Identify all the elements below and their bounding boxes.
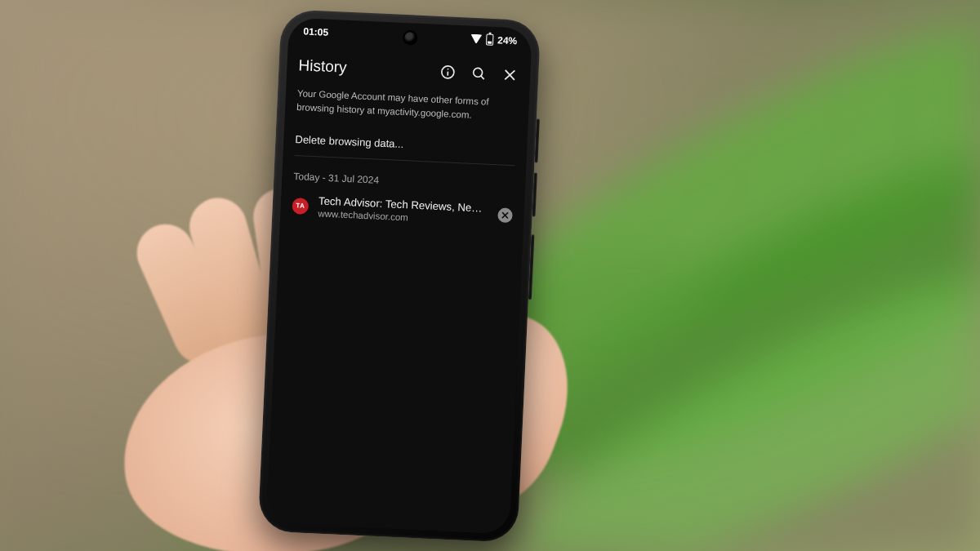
search-icon[interactable] (470, 64, 488, 83)
site-favicon: TA (292, 198, 309, 215)
title-actions (439, 63, 519, 84)
close-icon[interactable] (501, 65, 519, 84)
page-title: History (298, 56, 347, 77)
phone-frame: 01:05 24% History (258, 9, 541, 543)
history-page: History (266, 44, 531, 535)
phone-screen: 01:05 24% History (266, 18, 532, 535)
battery-icon (486, 34, 494, 46)
svg-point-2 (448, 69, 449, 70)
remove-item-button[interactable] (497, 207, 513, 223)
svg-line-4 (481, 76, 484, 79)
wifi-icon (470, 34, 483, 45)
title-bar: History (298, 49, 520, 91)
account-activity-notice: Your Google Account may have other forms… (296, 87, 518, 124)
battery-percent: 24% (497, 34, 518, 47)
info-icon[interactable] (439, 63, 457, 82)
history-item-text: Tech Advisor: Tech Reviews, News, Tu... … (318, 195, 488, 226)
status-clock: 01:05 (303, 25, 328, 38)
delete-browsing-data-link[interactable]: Delete browsing data... (295, 123, 517, 166)
status-right-cluster: 24% (470, 33, 518, 47)
